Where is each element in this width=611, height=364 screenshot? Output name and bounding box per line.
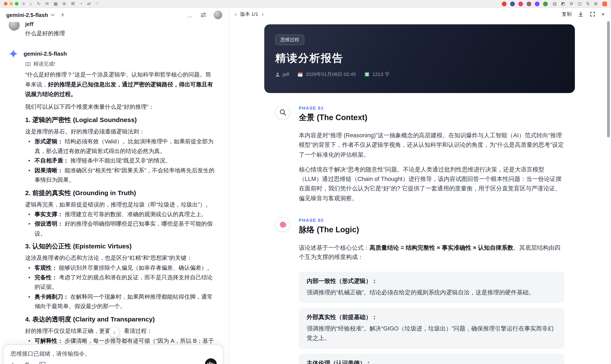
highlight-box-body: 强调推理的“经验校准”。解决“GIGO（垃圾进，垃圾出）”问题，确保推理引擎运行… — [306, 324, 556, 343]
menubar-status-icon[interactable]: ◩ — [561, 1, 565, 6]
menubar-icon[interactable]: ✉ — [45, 1, 49, 6]
artifact-scroll-area[interactable]: 思维过程 精读分析报告 jeff — [229, 20, 611, 364]
menubar-accent-icon[interactable] — [602, 1, 607, 6]
settings-sliders-icon[interactable] — [200, 12, 207, 18]
assistant-bullet-item: 事实支撑： 推理建立在可靠的数据、准确的观测或公认的真理之上。 — [25, 209, 217, 219]
waveform-icon — [211, 363, 213, 364]
assistant-section-heading: 4. 表达的透明度 (Clarity and Transparency) — [25, 314, 217, 324]
calendar-icon — [298, 72, 303, 77]
message-composer[interactable]: 思维接口已就绪，请传输指令。 + ⚙ — [3, 345, 224, 364]
assistant-section-heading: 3. 认知的公正性 (Epistemic Virtues) — [25, 241, 217, 251]
fullscreen-icon[interactable] — [590, 11, 595, 17]
menubar-icon[interactable]: ⊕ — [62, 1, 66, 6]
assistant-bullet-item: 因果清晰： 能准确区分“相关性”和“因果关系”，不会轻率地将先后发生的事情归为因… — [25, 166, 217, 185]
user-message-text: 什么是好的推理 — [25, 30, 65, 37]
report-title: 精读分析报告 — [275, 51, 564, 65]
menubar-app-icon[interactable] — [518, 1, 523, 6]
artifact-paragraph: 本内容是对“推理 (Reasoning)”这一抽象概念的高层建模。在知识爆炸与人… — [299, 131, 565, 159]
menubar-icon[interactable]: ◔ — [80, 1, 82, 6]
assistant-text: 考虑了对立的观点和潜在的反证，而不是只选择支持自己结论的证据。 — [35, 274, 213, 290]
menubar-icon[interactable]: ⌘ — [71, 1, 75, 6]
menubar-icon[interactable]: ⇄ — [87, 1, 91, 6]
assistant-message-header: gemini-2.5-flash — [9, 49, 222, 58]
highlight-box: 主体伦理（认识美德）：转向推理者的心理特征。引入奥卡姆剃刀和反向论证，旨在克服人… — [299, 353, 564, 364]
artifact-actions: 复制 × — [562, 11, 605, 17]
menubar-icon[interactable]: ≡ — [22, 1, 25, 6]
chat-header: gemini-2.5-flash + … — [0, 8, 228, 22]
menubar-status-icon[interactable]: ▤ — [553, 1, 557, 6]
report-hero-card: 思维过程 精读分析报告 jeff — [264, 24, 575, 93]
assistant-bold-text: 事实支撑： — [35, 211, 63, 217]
menubar-status-icon[interactable]: ◫ — [578, 1, 582, 6]
composer-input[interactable]: 思维接口已就绪，请传输指令。 — [11, 350, 216, 358]
copy-button[interactable]: 复制 — [562, 11, 572, 17]
assistant-section-heading: 1. 逻辑的严密性 (Logical Soundness) — [25, 115, 217, 125]
previous-version-button[interactable]: ‹ — [235, 11, 237, 17]
scrollbar-thumb[interactable] — [607, 21, 610, 138]
assistant-bold-text: 完备性： — [35, 274, 57, 280]
image-icon[interactable] — [39, 362, 45, 364]
report-word-count-text: 1213 字 — [372, 71, 390, 78]
assistant-paragraph: 这是推理的基石。好的推理必须遵循逻辑法则： — [25, 127, 217, 137]
chat-panel: gemini-2.5-flash + … jeff 什么是好的推理 — [0, 8, 228, 364]
close-window-button[interactable] — [4, 2, 7, 5]
new-chat-button[interactable]: + — [61, 12, 65, 18]
voice-input-button[interactable] — [205, 358, 217, 364]
assistant-text: 2. 前提的真实性 (Grounding in Truth) — [25, 189, 136, 196]
zoom-window-button[interactable] — [15, 2, 18, 5]
window-controls — [4, 2, 18, 5]
menubar-icon[interactable]: ↻ — [37, 1, 41, 6]
version-label: 版本 1/1 — [240, 11, 258, 17]
menubar-icon[interactable]: ▦ — [53, 1, 58, 6]
attach-plus-icon[interactable]: + — [11, 361, 15, 364]
artifact-phase-1: PHASE 01全景 (The Context)本内容是对“推理 (Reason… — [275, 105, 575, 203]
phase-titles: PHASE 01全景 (The Context) — [299, 105, 367, 123]
assistant-text: 我们可以从以下四个维度来衡量什么是“好的推理”： — [25, 104, 154, 110]
menubar-status-icon[interactable]: ⇅ — [586, 1, 590, 6]
report-author: jeff — [275, 72, 289, 77]
assistant-text: 推理链条中不能出现“既是又非”的情况。 — [69, 157, 171, 164]
model-selector[interactable]: gemini-2.5-flash — [6, 12, 48, 18]
user-message-avatar — [9, 22, 20, 30]
user-avatar[interactable] — [214, 11, 222, 19]
user-message: jeff 什么是好的推理 — [9, 22, 222, 37]
menubar-app-icon[interactable] — [510, 1, 515, 6]
menubar-app-icons — [502, 1, 548, 6]
chat-scroll-area[interactable]: jeff 什么是好的推理 gemini-2.5-flash — [0, 22, 228, 364]
report-badge: 思维过程 — [275, 35, 304, 45]
tools-gear-icon[interactable]: ⚙ — [24, 361, 30, 364]
composer-toolbar: + ⚙ — [11, 361, 45, 364]
assistant-message-content: “什么是好的推理？”这是一个涉及逻辑学、认知科学和哲学核心的问题。简单来说，好的… — [25, 70, 217, 364]
assistant-bold-text: 奥卡姆剃刀： — [35, 293, 69, 299]
phase-body: 本内容是对“推理 (Reasoning)”这一抽象概念的高层建模。在知识爆炸与人… — [299, 131, 575, 203]
chevron-down-icon[interactable] — [51, 13, 54, 16]
assistant-text: 3. 认知的公正性 (Epistemic Virtues) — [25, 243, 132, 250]
more-options-button[interactable]: … — [187, 12, 193, 18]
scroll-to-bottom-button[interactable]: ↓ — [109, 327, 120, 338]
close-icon[interactable]: × — [601, 11, 605, 17]
menubar-icon[interactable]: ⌂ — [30, 1, 32, 6]
assistant-bullet-item: 不自相矛盾： 推理链条中不能出现“既是又非”的情况。 — [25, 156, 217, 166]
assistant-text: 这是推理的基石。好的推理必须遵循逻辑法则： — [25, 128, 145, 134]
assistant-bullet-item: 完备性： 考虑了对立的观点和潜在的反证，而不是只选择支持自己结论的证据。 — [25, 273, 217, 292]
assistant-model-name: gemini-2.5-flash — [24, 51, 67, 57]
waveform-icon — [213, 363, 214, 364]
menubar-icon[interactable]: ♡ — [95, 1, 99, 6]
minimize-window-button[interactable] — [10, 2, 13, 5]
menubar-app-icon[interactable] — [543, 1, 548, 6]
menubar-app-icon[interactable] — [527, 1, 531, 6]
download-icon[interactable] — [578, 11, 584, 17]
menubar-app-icon[interactable] — [502, 1, 507, 6]
phase-header: PHASE 01全景 (The Context) — [275, 105, 575, 123]
phase-header: PHASE 02脉络 (The Logic) — [275, 217, 575, 235]
menubar-status-icon[interactable]: ⊞ — [594, 1, 598, 6]
menubar-status-icon[interactable]: ⚙ — [570, 1, 573, 6]
menubar: ≡⌂↻✉▦⊕⌘◔⇄♡ ▤◩⚙◫⇅⊞ — [0, 0, 611, 8]
menubar-app-icon[interactable] — [535, 1, 540, 6]
next-version-button[interactable]: › — [262, 11, 264, 17]
user-message-author: jeff — [25, 22, 65, 27]
app-window: ≡⌂↻✉▦⊕⌘◔⇄♡ ▤◩⚙◫⇅⊞ gemini-2.5-flash + … — [0, 0, 611, 364]
assistant-bullet-item: 假设透明： 好的推理会明确指明哪些是已知事实，哪些是基于可能的假设。 — [25, 219, 217, 238]
report-author-text: jeff — [283, 72, 289, 77]
assistant-status-text: 精读完成! — [33, 60, 55, 67]
